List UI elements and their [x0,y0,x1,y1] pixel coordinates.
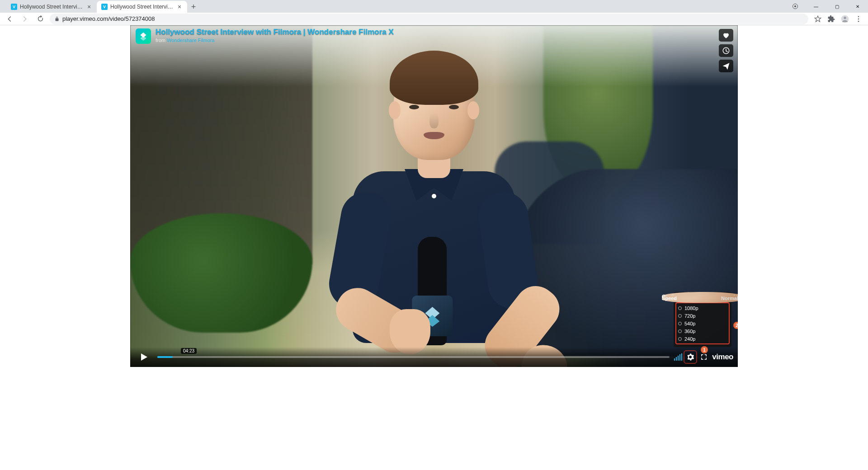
settings-popover: Quality Auto Auto 1080p 720p 540p 360p 2… [674,292,731,347]
window-close-button[interactable]: ✕ [847,0,868,13]
lock-icon [54,16,60,22]
channel-logo[interactable] [136,28,151,44]
watch-later-button clock-icon[interactable] [719,44,733,57]
reload-button[interactable] [34,13,46,25]
player-controls: 04:23 vimeo [130,347,738,367]
video-titles: Hollywood Street Interview with Filmora … [156,28,394,43]
annotation-box-quality-list: 1080p 720p 540p 360p 240p [675,302,730,344]
svg-point-4 [858,20,859,22]
svg-point-2 [858,16,859,17]
share-button paper-plane-icon[interactable] [719,60,733,72]
play-button play-icon[interactable] [135,348,153,366]
author-link[interactable]: Wondershare Filmora [167,38,215,43]
toolbar: player.vimeo.com/video/572374008 [0,13,868,25]
window-controls: — ▢ ✕ [785,0,868,13]
extensions-icon[interactable] [826,13,837,25]
new-tab-button[interactable]: + [187,1,200,13]
duration-tooltip: 04:23 [181,348,197,354]
close-icon[interactable]: × [176,4,183,10]
account-menu-icon[interactable] [785,0,806,13]
forward-button [19,13,31,25]
quality-option-540p[interactable]: 540p [677,320,728,327]
svg-point-1 [844,16,846,19]
speed-label: Speed [662,296,677,301]
volume-control volume-icon[interactable] [674,353,682,361]
vimeo-favicon: V [101,4,108,10]
vimeo-logo-link[interactable]: vimeo [712,352,733,362]
toolbar-right [812,13,864,25]
speed-value: Normal [721,296,738,301]
svg-point-3 [858,18,859,19]
speed-row[interactable]: Speed Normal [662,294,738,303]
video-header-overlay: Hollywood Street Interview with Filmora … [136,28,394,44]
quality-option-720p[interactable]: 720p [677,312,728,320]
progress-track[interactable] [157,356,670,358]
browser-chrome: V Hollywood Street Interview with × V Ho… [0,0,868,25]
quality-option-1080p[interactable]: 1080p [677,304,728,312]
close-icon[interactable]: × [86,4,92,10]
tab-2-title: Hollywood Street Interview with [110,4,174,10]
vimeo-favicon: V [11,4,17,10]
settings-button gear-icon[interactable] [685,352,696,362]
quality-option-360p[interactable]: 360p [677,327,728,335]
address-bar[interactable]: player.vimeo.com/video/572374008 [50,14,808,24]
annotation-badge-1: 1 [701,346,708,353]
svg-marker-8 [140,36,146,41]
reporter-figure [337,56,531,363]
profile-icon[interactable] [839,13,851,25]
video-actions-overlay [719,29,733,72]
progress-bar[interactable]: 04:23 [157,352,670,362]
back-button[interactable] [4,13,15,25]
tab-1-title: Hollywood Street Interview with [20,4,83,10]
tab-2[interactable]: V Hollywood Street Interview with × [97,1,187,13]
tab-1[interactable]: V Hollywood Street Interview with × [6,1,97,13]
video-title[interactable]: Hollywood Street Interview with Filmora … [156,28,394,37]
minimize-button[interactable]: — [806,0,826,13]
maximize-button[interactable]: ▢ [826,0,847,13]
tabs: V Hollywood Street Interview with × V Ho… [4,1,200,13]
viewport: Hollywood Street Interview with Filmora … [0,25,868,470]
like-button heart-icon[interactable] [719,29,733,42]
video-byline: from Wondershare Filmora [156,38,394,43]
tab-strip: V Hollywood Street Interview with × V Ho… [0,0,868,13]
quality-option-240p[interactable]: 240p [677,335,728,343]
bookmark-star-icon[interactable] [812,13,824,25]
url-text: player.vimeo.com/video/572374008 [62,15,155,22]
progress-fill [157,356,173,358]
video-player[interactable]: Hollywood Street Interview with Filmora … [130,25,738,367]
kebab-menu-icon[interactable] [853,13,864,25]
from-label: from [156,38,167,43]
annotation-badge-2: 2 [733,322,738,329]
